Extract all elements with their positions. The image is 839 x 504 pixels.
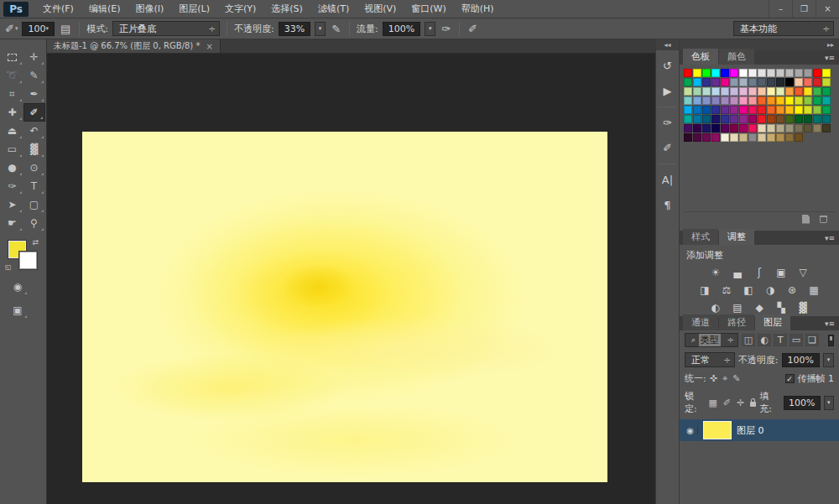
color-swatch[interactable] bbox=[795, 69, 803, 77]
panel-menu-icon[interactable]: ▾≡ bbox=[825, 320, 835, 328]
fill-dropdown[interactable]: ▾ bbox=[824, 396, 834, 410]
color-swatch[interactable] bbox=[758, 78, 766, 86]
color-swatch[interactable] bbox=[684, 106, 692, 114]
posterize-icon[interactable]: ▤ bbox=[731, 301, 745, 314]
expand-panels-icon[interactable]: ◂◂ bbox=[656, 39, 679, 50]
quick-mask-button[interactable]: ◉ bbox=[7, 278, 29, 296]
color-swatch[interactable] bbox=[721, 78, 729, 86]
color-swatch[interactable] bbox=[776, 96, 784, 105]
background-color-swatch[interactable] bbox=[19, 252, 37, 269]
panel-menu-icon[interactable]: ▾≡ bbox=[825, 234, 835, 242]
menu-item-8[interactable]: 窗口(W) bbox=[404, 0, 453, 18]
default-colors-icon[interactable]: ◱ bbox=[5, 263, 12, 271]
pen-tool[interactable]: ✑ bbox=[2, 177, 23, 195]
color-swatch[interactable] bbox=[795, 96, 803, 105]
gradient-tool[interactable]: ▓ bbox=[23, 140, 45, 158]
crop-tool[interactable]: ⌗ bbox=[2, 85, 23, 103]
filter-toggle-switch[interactable] bbox=[828, 335, 834, 346]
color-swatch[interactable] bbox=[785, 106, 794, 114]
unify-visibility-icon[interactable]: ⌖ bbox=[722, 373, 727, 384]
color-swatch[interactable] bbox=[684, 96, 692, 105]
color-swatch[interactable] bbox=[739, 124, 748, 132]
workspace-select[interactable]: 基本功能÷ bbox=[733, 21, 834, 36]
color-swatch[interactable] bbox=[721, 124, 729, 132]
swap-colors-icon[interactable]: ⇄ bbox=[32, 238, 39, 247]
color-swatch[interactable] bbox=[813, 115, 821, 123]
color-swatch[interactable] bbox=[721, 106, 729, 114]
restore-button[interactable]: ❐ bbox=[792, 0, 816, 18]
minimize-button[interactable]: – bbox=[769, 0, 792, 18]
color-swatch[interactable] bbox=[822, 87, 831, 96]
color-swatch[interactable] bbox=[748, 69, 757, 77]
color-swatch[interactable] bbox=[804, 96, 812, 105]
color-swatch[interactable] bbox=[693, 69, 701, 77]
screen-mode-button[interactable]: ▣ bbox=[7, 301, 29, 320]
color-swatch[interactable] bbox=[730, 124, 738, 132]
color-swatch[interactable] bbox=[804, 87, 812, 96]
layer-blend-mode-select[interactable]: 正常÷ bbox=[685, 352, 735, 367]
menu-item-4[interactable]: 文字(Y) bbox=[217, 0, 263, 18]
color-swatch[interactable] bbox=[795, 78, 803, 86]
color-swatch[interactable] bbox=[822, 124, 831, 132]
tab-adjustments-0[interactable]: 调整 bbox=[719, 229, 754, 245]
color-swatch[interactable] bbox=[702, 96, 711, 105]
brush-tool[interactable]: ✐ bbox=[23, 103, 45, 122]
hue-saturation-icon[interactable]: ◨ bbox=[698, 283, 712, 296]
layer-opacity-dropdown[interactable]: ▾ bbox=[823, 353, 834, 367]
color-swatch[interactable] bbox=[758, 106, 766, 114]
color-swatch[interactable] bbox=[776, 124, 784, 132]
color-swatch[interactable] bbox=[776, 133, 784, 142]
color-swatch[interactable] bbox=[684, 69, 692, 77]
color-balance-icon[interactable]: ⚖ bbox=[720, 283, 734, 296]
color-swatch[interactable] bbox=[748, 133, 757, 142]
blur-tool[interactable]: ● bbox=[2, 158, 23, 177]
color-swatch[interactable] bbox=[767, 115, 775, 123]
color-swatch[interactable] bbox=[702, 133, 711, 142]
tab-swatches-0[interactable]: 颜色 bbox=[719, 49, 754, 65]
menu-item-2[interactable]: 图像(I) bbox=[128, 0, 171, 18]
filter-type-select[interactable]: ⌕ 类型÷ bbox=[685, 333, 738, 347]
color-swatch[interactable] bbox=[711, 96, 720, 105]
color-swatch[interactable] bbox=[767, 78, 775, 86]
color-swatch[interactable] bbox=[711, 87, 720, 96]
filter-pixel-layers-icon[interactable]: ◫ bbox=[742, 334, 755, 346]
path-selection-tool[interactable]: ➤ bbox=[2, 195, 23, 214]
paragraph-panel-icon[interactable]: ¶ bbox=[658, 195, 678, 215]
pressure-size-icon[interactable]: ✐ bbox=[466, 23, 479, 35]
new-swatch-icon[interactable] bbox=[802, 215, 810, 224]
color-swatch[interactable] bbox=[748, 124, 757, 132]
color-swatch[interactable] bbox=[730, 87, 738, 96]
vibrance-icon[interactable]: ▽ bbox=[796, 266, 810, 278]
delete-swatch-icon[interactable] bbox=[820, 216, 827, 223]
airbrush-icon[interactable]: ✑ bbox=[440, 23, 452, 35]
color-swatch[interactable] bbox=[711, 78, 720, 86]
move-tool[interactable]: ✛ bbox=[23, 48, 45, 66]
color-swatch[interactable] bbox=[785, 124, 794, 132]
color-swatch[interactable] bbox=[748, 87, 757, 96]
fill-value[interactable]: 100% bbox=[784, 396, 821, 410]
color-swatch[interactable] bbox=[822, 69, 831, 77]
color-swatch[interactable] bbox=[739, 78, 748, 86]
color-swatch[interactable] bbox=[702, 106, 711, 114]
color-swatch[interactable] bbox=[730, 96, 738, 105]
selective-color-icon[interactable]: ▚ bbox=[774, 301, 789, 314]
color-swatch[interactable] bbox=[767, 106, 775, 114]
color-swatch[interactable] bbox=[795, 133, 803, 142]
black-white-icon[interactable]: ◧ bbox=[742, 283, 756, 296]
lock-pixels-icon[interactable]: ✐ bbox=[723, 397, 731, 408]
close-button[interactable]: × bbox=[816, 0, 839, 18]
lasso-tool[interactable]: ➰ bbox=[2, 66, 23, 85]
color-swatch[interactable] bbox=[711, 115, 720, 123]
color-swatch[interactable] bbox=[785, 96, 794, 105]
color-swatch[interactable] bbox=[776, 69, 784, 77]
color-swatch[interactable] bbox=[693, 96, 701, 105]
color-swatch[interactable] bbox=[813, 96, 821, 105]
color-swatch[interactable] bbox=[822, 106, 831, 114]
spot-healing-brush-tool[interactable]: ✚ bbox=[2, 103, 23, 122]
menu-item-7[interactable]: 视图(V) bbox=[357, 0, 404, 18]
hand-tool[interactable]: ☛ bbox=[2, 214, 23, 232]
rectangular-marquee-tool[interactable] bbox=[2, 48, 23, 66]
color-swatch[interactable] bbox=[776, 87, 784, 96]
clone-stamp-tool[interactable]: ⏏ bbox=[2, 122, 23, 140]
history-panel-icon[interactable]: ↺ bbox=[658, 55, 678, 75]
